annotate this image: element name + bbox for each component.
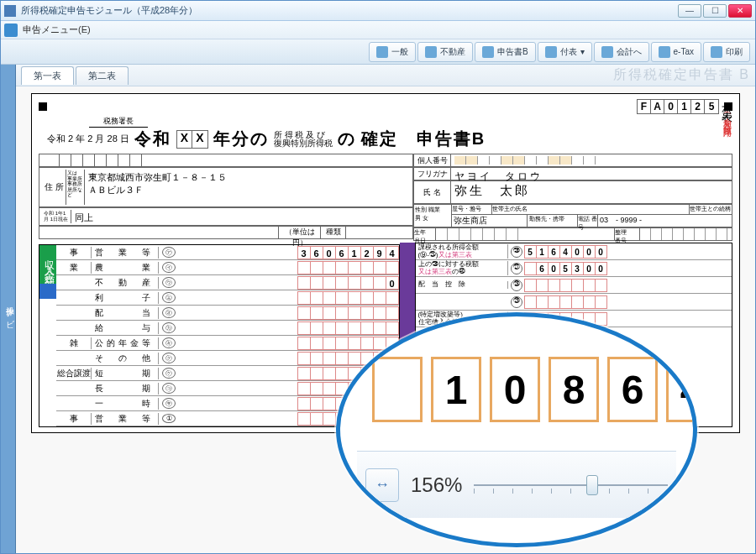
etax-icon (659, 46, 670, 58)
name-label: 氏 名 (414, 181, 451, 203)
birth-cells (436, 228, 614, 240)
maximize-button[interactable]: ☐ (703, 4, 727, 18)
kojin-label: 個人番号 (414, 154, 451, 166)
tool-appendix[interactable]: 付表▾ (538, 42, 592, 62)
close-button[interactable]: ✕ (728, 4, 752, 18)
seiri-cells (639, 228, 732, 240)
doc-icon (545, 46, 557, 58)
window-title: 所得税確定申告モジュール（平成28年分） (21, 4, 678, 17)
income-row: 総合譲渡短 期㋘ (56, 366, 399, 381)
titlebar: 所得税確定申告モジュール（平成28年分） — ☐ ✕ (1, 1, 755, 21)
tool-etax-label: e-Tax (674, 47, 694, 56)
zoom-callout: 10864 ↔ 156% (336, 312, 697, 547)
chevron-down-icon: ▾ (580, 47, 585, 56)
type-label: 種類 (320, 227, 345, 238)
toolbar: 一般 不動産 申告書B 付表▾ 会計へ e-Tax 印刷 (1, 39, 755, 65)
menu-label[interactable]: 申告メニュー(E) (23, 24, 91, 36)
furi-label: フリガナ (414, 168, 451, 180)
minimize-button[interactable]: — (678, 4, 701, 18)
phone-label: 電話 番号 (578, 215, 598, 227)
slider-ticks (474, 489, 668, 494)
address-box: 住 所 又は 事業所 事務所 居所など 東京都城西市弥生町１－８－１５ ＡＢビル… (39, 167, 413, 207)
seiri-label: 整理 番号 (614, 228, 639, 240)
tab-page2[interactable]: 第二表 (76, 66, 129, 85)
same-val: 同上 (71, 210, 409, 223)
tool-print-label: 印刷 (726, 46, 743, 58)
tab-page1[interactable]: 第一表 (21, 66, 74, 85)
tool-realestate-label: 不動産 (440, 46, 465, 58)
magnified-cells: 10864 (372, 357, 697, 422)
era-label: 令和 (134, 128, 171, 150)
slider-track (474, 484, 668, 486)
shop-label: 屋号・雅号 (452, 205, 492, 214)
income-row: 利 子㋓ (56, 290, 399, 306)
tool-print[interactable]: 印刷 (703, 42, 750, 62)
doc-icon (425, 46, 437, 58)
zoom-slider[interactable] (474, 473, 668, 497)
income-section-label: 収入金額等 (39, 245, 56, 284)
era-year-cells: XX (176, 130, 208, 149)
slider-thumb[interactable] (586, 475, 598, 495)
title-mid: 年分の (213, 128, 269, 150)
side-strip: 第一表 （令和元年分以降用） (719, 99, 734, 126)
tool-appendix-label: 付表 (560, 46, 577, 58)
filing-date: 令和 2 年 2 月 28 日 (47, 133, 129, 145)
addr-line2: ＡＢビル３Ｆ (88, 184, 406, 196)
tool-realestate[interactable]: 不動産 (417, 42, 473, 62)
office-label: 税務署長 (89, 116, 148, 128)
kojin-row: 個人番号 (413, 154, 732, 167)
same-label: 令和 1年1月 1日現在 (43, 210, 71, 223)
tool-general-label: 一般 (391, 46, 408, 58)
tax-row: 配 当 控 除㉘ (416, 277, 732, 294)
kojin-cells (451, 154, 732, 166)
blue-section-marker (39, 284, 56, 299)
fit-width-button[interactable]: ↔ (365, 468, 399, 502)
menubar: 申告メニュー(E) (1, 21, 755, 39)
same-addr-box: 令和 1年1月 1日現在 同上 (39, 207, 413, 226)
phone-val: 03 - 9999 - (598, 215, 732, 227)
addr-line1: 東京都城西市弥生町１－８－１５ (88, 171, 406, 184)
shop-val: 弥生商店 (452, 215, 528, 227)
addr-side: 又は 事業所 事務所 居所など (66, 170, 85, 205)
link-icon (601, 46, 613, 58)
income-row: 配 当㋔ (56, 306, 399, 321)
addr-label: 住 所 (43, 170, 66, 205)
title-sub2: 復興特別所得税 (274, 139, 333, 148)
tool-accounting[interactable]: 会計へ (594, 42, 649, 62)
zoom-statusbar: ↔ 156% (357, 451, 676, 518)
income-row: 不 動 産㋒0 (56, 275, 399, 290)
income-row: 雑公的年金等㋖ (56, 336, 399, 351)
tax-row: ㉙ (416, 294, 732, 311)
black-marker (39, 102, 47, 111)
tool-accounting-label: 会計へ (617, 46, 642, 58)
zoom-percent: 156% (411, 473, 462, 497)
form-type-label: 所得税確定申告書 B (613, 66, 750, 84)
tool-formb[interactable]: 申告書B (475, 42, 536, 62)
title-no: の (338, 128, 356, 150)
tool-formb-label: 申告書B (497, 46, 528, 58)
sub-tabs: 第一表 第二表 所得税確定申告書 B (16, 65, 755, 86)
unit-label: （単位は円） (278, 227, 320, 238)
tax-row: 課税される所得金額(⑨-㉕)又は第三表㉖5164000 (416, 243, 732, 260)
title-sub1: 所 得 税 及 び (274, 131, 333, 139)
strip-main: 第一表 (721, 99, 733, 104)
furigana-row: フリガナ ヤヨイ タロウ (413, 167, 732, 180)
furi-val: ヤヨイ タロウ (451, 168, 732, 180)
app-icon (4, 5, 16, 17)
form-code: FA0125 (637, 99, 719, 114)
doc-icon (482, 46, 494, 58)
name-val: 弥生 太郎 (451, 181, 732, 203)
strip-sub: （令和元年分以降用） (722, 109, 732, 126)
postal-row (39, 154, 413, 167)
menu-icon (4, 24, 18, 37)
name-row: 氏 名 弥生 太郎 (413, 180, 732, 204)
income-row: 事営 業 等㋐36061294 (56, 245, 399, 260)
side-nav-tab[interactable]: 操作ナビ (1, 65, 16, 553)
income-row: そ の 他㋗ (56, 351, 399, 366)
tool-general[interactable]: 一般 (369, 42, 416, 62)
income-row: 給 与㋕ (56, 321, 399, 336)
tool-etax[interactable]: e-Tax (651, 42, 701, 62)
arrows-icon: ↔ (375, 476, 390, 494)
print-icon (711, 46, 722, 58)
income-row: 業農 業㋑ (56, 260, 399, 275)
